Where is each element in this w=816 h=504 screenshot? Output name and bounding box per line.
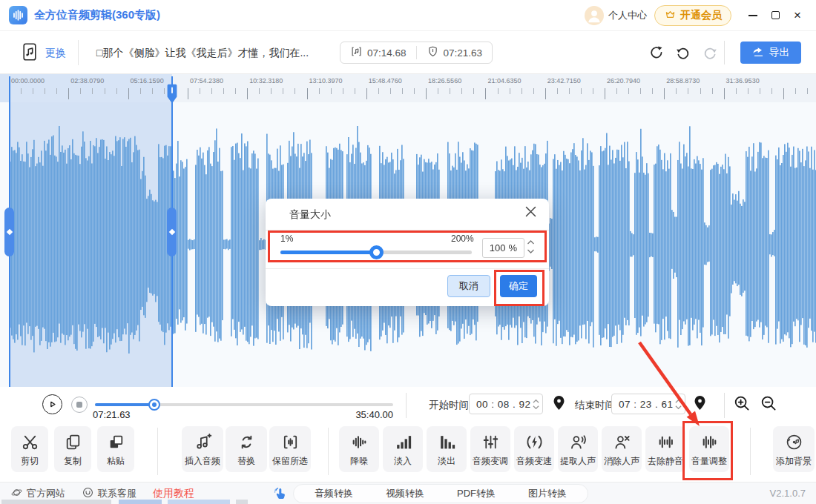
app-window: 全方位音频剪辑(360专版) 个人中心 开通会员 × 更换 □那	[0, 0, 816, 504]
playhead-marker[interactable]	[167, 84, 177, 105]
elapsed-time: 07:21.63	[93, 409, 131, 420]
redo-icon[interactable]	[702, 44, 718, 61]
timeline-tick	[56, 88, 57, 94]
tutorial-link[interactable]: 使用教程	[153, 487, 194, 500]
tool-label: 去除静音	[648, 455, 683, 468]
tool-speed-button[interactable]: 音频变速	[514, 426, 554, 472]
minimize-button[interactable]	[742, 4, 764, 27]
timeline-tick	[200, 88, 200, 94]
tool-remove-vocal-button[interactable]: 消除人声	[602, 426, 642, 472]
timeline-tick	[152, 88, 153, 94]
vip-button[interactable]: 开通会员	[654, 5, 731, 26]
timeline-tick	[188, 88, 188, 99]
timeline-tick	[295, 88, 295, 94]
timeline-tick	[616, 88, 617, 94]
tool-denoise-button[interactable]: 降噪	[339, 426, 379, 472]
timeline-tick	[307, 88, 308, 99]
tool-label: 提取人声	[560, 455, 596, 468]
bracket-note-icon	[350, 45, 363, 60]
tool-remove-silence-button[interactable]: 去除静音	[645, 426, 685, 472]
tool-copy-button[interactable]: 复制	[54, 426, 91, 472]
maximize-button[interactable]	[764, 4, 786, 27]
timeline-tick	[331, 88, 332, 94]
tool-volume-adjust-button[interactable]: 音量调整	[689, 426, 729, 472]
stop-button[interactable]	[71, 397, 88, 413]
tool-add-background-button[interactable]: 添加背景	[773, 426, 815, 472]
tool-fade-in-button[interactable]: 淡入	[383, 426, 423, 472]
tool-replace-button[interactable]: 替换	[226, 426, 267, 472]
hand-pointer-icon	[273, 485, 289, 501]
converter-link[interactable]: 音频转换	[315, 487, 353, 500]
timeline-ruler[interactable]: 00:00.000002:38.079005:16.159007:54.2380…	[0, 74, 816, 102]
timeline-tick	[343, 88, 343, 94]
tool-fade-out-button[interactable]: 淡出	[427, 426, 467, 472]
planet-icon	[10, 486, 23, 501]
timeline-tick	[533, 88, 534, 94]
playback-handle[interactable]	[148, 399, 160, 411]
converter-link[interactable]: PDF转换	[457, 487, 496, 500]
fade-out-icon	[438, 433, 456, 451]
tool-label: 淡出	[438, 455, 455, 468]
end-pin-icon[interactable]	[694, 395, 706, 411]
close-button[interactable]: ×	[786, 4, 809, 27]
converter-link[interactable]: 图片转换	[528, 487, 567, 500]
tool-insert-audio-button[interactable]: 插入音频	[182, 426, 223, 472]
timeline-tick	[283, 88, 283, 94]
volume-value-input[interactable]: 100 %	[482, 238, 524, 258]
timeline-label: 07:54.2380	[190, 77, 223, 84]
speed-icon	[525, 433, 544, 451]
tool-keep-selection-button[interactable]: 保留所选	[269, 426, 311, 472]
timeline-tick	[712, 88, 713, 94]
play-button[interactable]	[42, 394, 62, 414]
timeline-tick	[116, 88, 117, 94]
ok-button[interactable]: 确定	[500, 275, 537, 297]
selection-start-handle[interactable]	[4, 208, 14, 256]
timeline-tick	[390, 88, 391, 94]
tool-pitch-button[interactable]: 音频变调	[470, 426, 510, 472]
volume-slider[interactable]	[280, 251, 472, 254]
timeline-tick	[80, 88, 81, 94]
volume-slider-handle[interactable]	[369, 245, 384, 259]
app-logo-icon	[9, 6, 27, 24]
tool-extract-vocal-button[interactable]: 提取人声	[558, 426, 598, 472]
timeline-label: 00:00.0000	[11, 77, 45, 84]
start-pin-icon[interactable]	[553, 395, 565, 411]
tool-paste-button[interactable]: 粘贴	[97, 426, 134, 472]
timeline-tick	[378, 88, 379, 94]
tool-label: 剪切	[21, 455, 39, 468]
timeline-label: 05:16.1590	[131, 77, 164, 84]
volume-dialog: 音量大小 1% 200% 100 % 取消 确定	[266, 199, 549, 306]
replace-audio-button[interactable]: 更换	[21, 42, 66, 64]
timeline-label: 15:48.4760	[369, 77, 402, 84]
timeline-tick	[521, 88, 522, 94]
cancel-button[interactable]: 取消	[447, 275, 490, 297]
tool-scissors-button[interactable]: 剪切	[11, 426, 48, 472]
spinner-arrows-icon[interactable]	[533, 399, 541, 410]
title-bar: 全方位音频剪辑(360专版) 个人中心 开通会员 ×	[0, 0, 816, 31]
selection-end-handle[interactable]	[167, 208, 177, 256]
end-time-label: 结束时间	[575, 399, 615, 412]
end-time-input[interactable]: 07 : 23 . 61	[611, 394, 685, 414]
shield-icon	[427, 45, 439, 60]
timeline-tick	[640, 88, 641, 94]
denoise-icon	[350, 433, 369, 451]
start-time-input[interactable]: 00 : 08 . 92	[469, 394, 543, 414]
zoom-out-icon[interactable]	[760, 394, 777, 412]
contact-support-link[interactable]: 联系客服	[82, 486, 136, 501]
export-button[interactable]: 导出	[740, 42, 801, 64]
timeline-tick	[402, 88, 403, 94]
reset-icon[interactable]	[648, 44, 665, 61]
divider	[266, 230, 549, 231]
undo-icon[interactable]	[675, 44, 691, 61]
timeline-tick	[259, 88, 260, 94]
official-site-link[interactable]: 官方网站	[10, 486, 65, 501]
zoom-in-icon[interactable]	[733, 394, 751, 412]
spinner-arrows-icon[interactable]	[675, 399, 683, 410]
user-center-link[interactable]: 个人中心	[608, 9, 647, 22]
converter-link[interactable]: 视频转换	[386, 487, 424, 500]
volume-spinner-arrows[interactable]	[527, 239, 535, 254]
playback-slider[interactable]	[95, 403, 393, 406]
dialog-close-icon[interactable]	[525, 206, 540, 221]
avatar[interactable]	[585, 6, 604, 25]
divider	[406, 393, 407, 418]
